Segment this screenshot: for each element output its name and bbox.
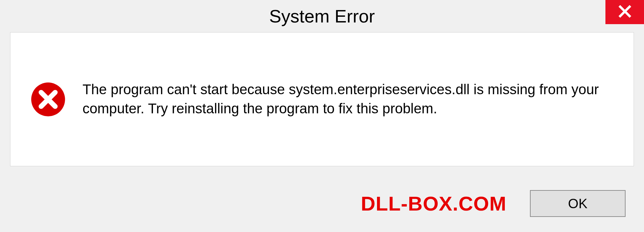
error-icon [31, 82, 66, 117]
dialog-title: System Error [269, 6, 375, 26]
watermark-text: DLL-BOX.COM [361, 192, 506, 215]
close-button[interactable] [605, 0, 644, 24]
dialog-footer: DLL-BOX.COM OK [0, 175, 644, 232]
error-message: The program can't start because system.e… [83, 80, 613, 118]
close-icon [618, 5, 632, 19]
ok-button[interactable]: OK [530, 190, 626, 217]
dialog-body: The program can't start because system.e… [10, 32, 634, 166]
titlebar: System Error [0, 0, 644, 32]
ok-button-label: OK [568, 196, 588, 211]
